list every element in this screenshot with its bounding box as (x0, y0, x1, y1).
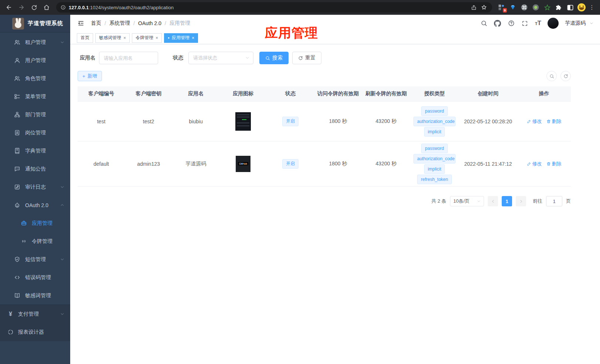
cell-secret: admin123 (125, 161, 172, 167)
breadcrumb-system[interactable]: 系统管理 (109, 20, 130, 27)
sidebar-fold-icon[interactable] (77, 19, 85, 27)
tab-application[interactable]: ●应用管理× (164, 33, 198, 43)
search-icon (265, 56, 270, 61)
page-number-1[interactable]: 1 (502, 196, 512, 206)
search-button[interactable]: 搜索 (259, 52, 289, 64)
briefcase-icon (21, 220, 27, 226)
sidebar-item-pay[interactable]: ¥ 支付管理 (0, 305, 70, 323)
goto-label: 前往 (533, 198, 542, 205)
cell-icon: GitHub (219, 156, 267, 172)
bookmark-star-icon[interactable] (480, 4, 488, 11)
search-icon[interactable] (480, 20, 488, 27)
cell-name: biubiu (172, 119, 219, 124)
site-info-icon[interactable] (61, 5, 66, 10)
github-icon[interactable] (494, 20, 501, 27)
edit-button[interactable]: 修改 (527, 118, 542, 125)
sidebar-item-user[interactable]: 用户管理 (0, 51, 70, 69)
close-icon[interactable]: × (156, 35, 158, 41)
tab-home[interactable]: 首页 (77, 33, 93, 43)
delete-button[interactable]: 删除 (546, 161, 562, 167)
breadcrumb-home[interactable]: 首页 (91, 20, 101, 27)
browser-home-icon[interactable] (41, 2, 52, 13)
browser-reload-icon[interactable] (29, 2, 39, 13)
sidebar-item-post[interactable]: 岗位管理 (0, 124, 70, 142)
sidebar-item-label: 部门管理 (25, 111, 46, 118)
sidebar-item-label: 敏感词管理 (25, 292, 51, 299)
tab-sensitiveword[interactable]: 敏感词管理× (95, 33, 130, 43)
grant-type-tag: password (421, 106, 447, 116)
sidebar-item-report[interactable]: 报表设计器 (0, 323, 70, 341)
app-name-input[interactable] (99, 52, 158, 64)
status-select[interactable]: 请选择状态 (188, 52, 253, 64)
reset-button[interactable]: 重置 (292, 52, 321, 64)
sidebar-item-audit[interactable]: 审计日志 (0, 178, 70, 196)
trash-icon (546, 162, 551, 166)
extension-grid-icon[interactable]: 9 (497, 3, 505, 11)
prev-page-button[interactable] (488, 196, 498, 206)
sidebar-item-dept[interactable]: 部门管理 (0, 106, 70, 124)
close-icon[interactable]: × (192, 35, 194, 41)
book-icon (14, 148, 20, 154)
tags-view-bar: 首页 敏感词管理× 令牌管理× ●应用管理× (70, 32, 600, 44)
font-size-icon[interactable]: TT (535, 20, 541, 27)
add-button[interactable]: + 新增 (78, 71, 102, 81)
sidebar-item-label: 令牌管理 (32, 238, 52, 245)
browser-menu-icon[interactable]: ⋮ (589, 4, 595, 11)
share-icon[interactable] (470, 4, 477, 11)
avatar[interactable] (548, 18, 559, 29)
cell-access-ttl: 1800 秒 (314, 118, 362, 125)
sidebar-item-sensitiveword[interactable]: 敏感词管理 (0, 286, 70, 305)
next-page-button[interactable] (516, 196, 526, 206)
cell-actions: 修改 删除 (517, 161, 571, 167)
refresh-icon (298, 56, 303, 61)
sidebar-item-role[interactable]: 角色管理 (0, 69, 70, 87)
browser-forward-icon[interactable] (16, 2, 27, 13)
extension-star-icon[interactable] (543, 3, 551, 11)
tab-token[interactable]: 令牌管理× (132, 33, 162, 43)
sidebar-item-errorcode[interactable]: 错误码管理 (0, 268, 70, 286)
extension-dot-icon[interactable] (532, 3, 540, 11)
extensions-puzzle-icon[interactable] (555, 3, 563, 11)
address-bar[interactable]: 127.0.0.1:1024/system/oauth2/oauth2/appl… (56, 2, 492, 13)
sidebar-item-menu[interactable]: 菜单管理 (0, 87, 70, 106)
browser-toolbar: 127.0.0.1:1024/system/oauth2/oauth2/appl… (0, 0, 600, 15)
fullscreen-icon[interactable] (521, 20, 529, 27)
sidebar-item-dict[interactable]: 字典管理 (0, 142, 70, 160)
browser-back-icon[interactable] (4, 2, 14, 13)
extension-command-icon[interactable] (520, 3, 528, 11)
emoji-extension-icon[interactable] (577, 3, 586, 11)
sidebar-item-label: 通知公告 (25, 166, 46, 172)
hide-search-button[interactable] (546, 71, 557, 81)
refresh-table-button[interactable] (560, 71, 571, 81)
username[interactable]: 芋道源码 (565, 20, 586, 27)
breadcrumb-oauth[interactable]: OAuth 2.0 (138, 20, 161, 26)
status-label: 状态 (173, 55, 183, 61)
app-shell: 芋道管理系统 租户管理 用户管理 角色管理 菜单管理 部门管理 (0, 15, 600, 364)
logo-area[interactable]: 芋道管理系统 (0, 15, 70, 32)
sidebar-item-oauth-application[interactable]: 应用管理 (0, 214, 70, 232)
users-icon (14, 39, 20, 45)
col-refresh-ttl: 刷新令牌的有效期 (362, 86, 410, 101)
sidebar-item-label: 角色管理 (25, 75, 46, 82)
help-icon[interactable] (508, 20, 515, 27)
page-size-select[interactable]: 10条/页 (450, 196, 484, 206)
sidebar-item-notice[interactable]: 通知公告 (0, 160, 70, 178)
close-icon[interactable]: × (123, 35, 126, 41)
delete-button[interactable]: 删除 (546, 118, 562, 125)
sidebar-toggle-icon[interactable] (566, 3, 574, 11)
sidebar-item-tenant[interactable]: 租户管理 (0, 33, 70, 51)
browser-extensions: 9 ⋮ (497, 3, 595, 11)
status-badge: 开启 (282, 117, 299, 126)
edit-button[interactable]: 修改 (527, 161, 542, 167)
user-icon (14, 57, 20, 63)
main-area: 应用管理 首页 / 系统管理 / OAuth 2.0 / 应用管理 TT 芋道源… (70, 15, 600, 364)
tree-list-icon (14, 93, 20, 100)
user-caret-icon[interactable] (590, 20, 593, 27)
cell-icon (219, 112, 267, 131)
breadcrumb-separator: / (165, 20, 166, 26)
sidebar-item-sms[interactable]: 短信管理 (0, 250, 70, 268)
sidebar-item-oauth[interactable]: OAuth 2.0 (0, 196, 70, 214)
extension-gem-icon[interactable] (509, 3, 517, 11)
goto-page-input[interactable] (546, 196, 562, 206)
sidebar-item-oauth-token[interactable]: 令牌管理 (0, 232, 70, 250)
